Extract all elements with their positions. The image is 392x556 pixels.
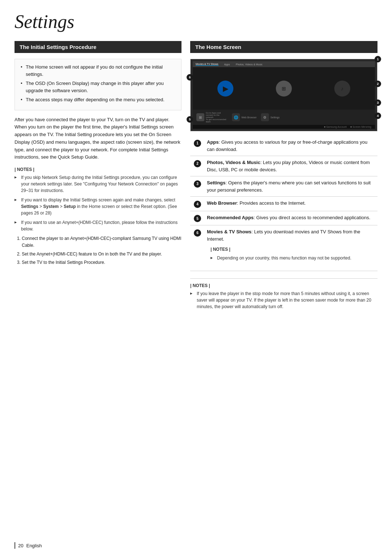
samsung-account: ■ Samsung Account (324, 126, 347, 128)
bullet-item: The Home screen will not appear if you d… (21, 64, 175, 78)
ordered-substeps: Connect the player to an Anynet+(HDMI-CE… (15, 235, 181, 266)
home-screen-inner: Movies & TV Shows Apps Photos, Videos & … (193, 61, 375, 129)
feature-bold-6: Movies & TV Shows (207, 229, 252, 234)
feature-num-4: 4 (190, 197, 205, 211)
feature-bold-1: Apps (207, 139, 219, 145)
music-icon: ♪ (334, 81, 350, 97)
note-item-2: If you want to display the Initial Setti… (15, 197, 181, 216)
num-badge-5: 5 (194, 215, 201, 222)
page-title: Settings (15, 11, 377, 32)
browser-small-icon: 🌐 (232, 113, 240, 121)
feature-text-5: : Gives you direct access to recommended… (254, 215, 371, 220)
right-notes-block: | NOTES | Depending on your country, thi… (207, 242, 374, 268)
feature-row-4: 4 Web Browser: Provides access to the In… (190, 197, 377, 211)
icon-grid: ▶ ⊞ ♪ (193, 67, 375, 110)
bottom-notes-block: | NOTES | If you leave the player in the… (190, 278, 377, 310)
note-item-3: If you want to use an Anynet+(HDMI-CEC) … (15, 219, 181, 232)
callout-marker-1: 1 (375, 56, 381, 62)
feature-desc-2: Photos, Videos & Music: Lets you play ph… (205, 156, 377, 176)
left-section-header: The Initial Settings Procedure (15, 41, 181, 53)
feature-desc-5: Recommended Apps: Gives you direct acces… (205, 211, 377, 225)
play-icon: ▶ (217, 81, 233, 97)
feature-bold-3: Settings (207, 180, 225, 185)
feature-desc-4: Web Browser: Provides access to the Inte… (205, 197, 377, 211)
num-badge-3: 3 (194, 180, 201, 188)
apps-small-box: ⊞ Go to Apps and connect to the networkT… (196, 112, 228, 123)
feature-num-6: 6 (190, 225, 205, 271)
status-bar: ■ Samsung Account ■ Screen Mirroring (193, 125, 375, 129)
feature-bold-4: Web Browser (207, 200, 237, 206)
right-notes-label: | NOTES | (211, 246, 370, 253)
feature-bold-6-text: Movies & TV Shows: Lets you download mov… (207, 228, 374, 242)
apps-small-label: Go to Apps and connect to the networkTo … (206, 112, 228, 123)
notes-block: | NOTES | If you skip Network Setup duri… (15, 167, 181, 266)
nav-apps: Apps (224, 63, 230, 66)
bottom-icons-row: ⊞ Go to Apps and connect to the networkT… (193, 110, 375, 125)
feature-table: 1 Apps: Gives you access to various for … (190, 136, 377, 271)
callout-marker-2: 2 (375, 81, 381, 87)
num-badge-4: 4 (194, 201, 201, 208)
settings-small-icon: ⚙ (261, 113, 269, 121)
bullet-item: The access steps may differ depending on… (21, 96, 175, 103)
feature-text-4: : Provides access to the Internet. (237, 200, 306, 206)
nav-photos: Photos, Videos & Music (236, 63, 262, 66)
apps-small-icon: ⊞ (196, 113, 204, 121)
feature-bold-5: Recommended Apps (207, 215, 254, 220)
nav-movies: Movies & TV Shows (196, 63, 219, 66)
feature-row-3: 3 Settings: Opens the player's menu wher… (190, 176, 377, 197)
substep-3: Set the TV to the Initial Settings Proce… (22, 259, 181, 266)
play-icon-box: ▶ (217, 81, 233, 97)
settings-small-box: ⚙ Settings (261, 113, 279, 121)
right-column: The Home Screen Movies & TV Shows Apps P… (190, 41, 377, 313)
num-badge-1: 1 (194, 140, 201, 147)
right-section-header: The Home Screen (190, 41, 377, 53)
callout-marker-5: 5 (187, 116, 193, 123)
apps-icon-box: ⊞ (276, 81, 292, 97)
home-screen-screenshot: Movies & TV Shows Apps Photos, Videos & … (190, 59, 377, 131)
settings-small-label: Settings (270, 116, 279, 119)
nav-bar: Movies & TV Shows Apps Photos, Videos & … (193, 61, 375, 67)
initial-settings-bullets: The Home screen will not appear if you d… (15, 59, 181, 110)
page-container: Settings The Initial Settings Procedure … (0, 0, 392, 335)
note-item-1: If you skip Network Setup during the Ini… (15, 174, 181, 194)
bottom-notes-label: | NOTES | (190, 283, 377, 288)
num-badge-6: 6 (194, 229, 201, 237)
right-note-1: Depending on your country, this menu fun… (211, 255, 370, 261)
home-screen-image: Movies & TV Shows Apps Photos, Videos & … (190, 59, 377, 131)
callout-marker-3: 3 (375, 99, 381, 106)
feature-num-2: 2 (190, 156, 205, 176)
browser-small-label: Web Browser (241, 116, 257, 119)
feature-row-1: 1 Apps: Gives you access to various for … (190, 136, 377, 156)
footer-page-number: 20 (18, 543, 23, 548)
body-paragraph: After you have connected the player to y… (15, 116, 181, 162)
feature-num-5: 5 (190, 211, 205, 225)
page-footer: 20 English (15, 542, 42, 549)
footer-language: English (26, 543, 42, 548)
num-badge-2: 2 (194, 160, 201, 167)
footer-line (15, 542, 15, 549)
feature-row-6: 6 Movies & TV Shows: Lets you download m… (190, 225, 377, 271)
substep-1: Connect the player to an Anynet+(HDMI-CE… (22, 235, 181, 249)
substep-2: Set the Anynet+(HDMI-CEC) feature to On … (22, 251, 181, 258)
browser-small-box: 🌐 Web Browser (232, 113, 257, 121)
feature-bold-2: Photos, Videos & Music (207, 160, 260, 165)
bullet-item: The OSD (On Screen Display) may change i… (21, 80, 175, 94)
two-col-layout: The Initial Settings Procedure The Home … (15, 41, 377, 313)
feature-text-1: : Gives you access to various for pay or… (207, 139, 367, 152)
callout-marker-4: 4 (375, 113, 381, 119)
apps-icon: ⊞ (276, 81, 292, 97)
music-icon-box: ♪ (334, 81, 350, 97)
feature-desc-6: Movies & TV Shows: Lets you download mov… (205, 225, 377, 271)
callout-marker-6: 6 (187, 74, 193, 81)
bottom-note-1: If you leave the player in the stop mode… (190, 290, 377, 310)
feature-desc-3: Settings: Opens the player's menu where … (205, 176, 377, 197)
left-column: The Initial Settings Procedure The Home … (15, 41, 181, 272)
feature-row-5: 5 Recommended Apps: Gives you direct acc… (190, 211, 377, 225)
feature-desc-1: Apps: Gives you access to various for pa… (205, 136, 377, 156)
feature-num-3: 3 (190, 176, 205, 197)
feature-num-1: 1 (190, 136, 205, 156)
feature-row-2: 2 Photos, Videos & Music: Lets you play … (190, 156, 377, 176)
notes-label: | NOTES | (15, 167, 181, 172)
feature-text-3: : Opens the player's menu where you can … (207, 180, 371, 193)
screen-mirroring: ■ Screen Mirroring (350, 126, 371, 128)
